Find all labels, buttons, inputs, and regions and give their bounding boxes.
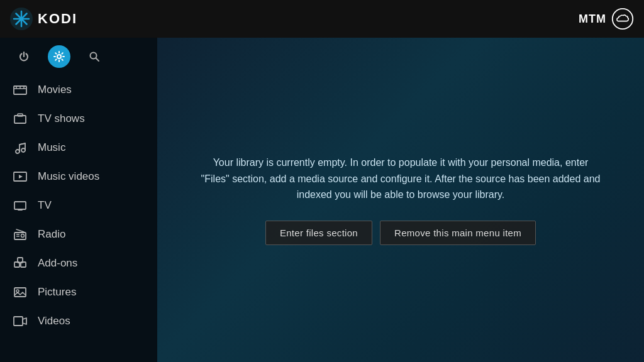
movies-label: Movies — [38, 84, 72, 96]
videos-label: Videos — [38, 315, 70, 327]
header-left: KODI — [10, 8, 77, 30]
sidebar-toolbar — [0, 38, 157, 75]
tv-shows-label: TV shows — [38, 112, 85, 125]
sidebar-item-pictures[interactable]: Pictures — [0, 278, 157, 307]
svg-line-9 — [96, 58, 99, 62]
sidebar-item-tv-shows[interactable]: TV shows — [0, 104, 157, 133]
svg-point-26 — [21, 234, 25, 238]
svg-point-5 — [19, 17, 23, 21]
main-layout: Movies TV shows — [0, 38, 644, 362]
search-icon — [88, 50, 101, 63]
tv-shows-icon — [13, 111, 28, 126]
music-icon — [13, 140, 28, 155]
tv-label: TV — [38, 199, 52, 212]
sidebar-item-movies[interactable]: Movies — [0, 75, 157, 104]
sidebar-item-add-ons[interactable]: Add-ons — [0, 249, 157, 278]
add-ons-label: Add-ons — [38, 257, 77, 270]
sidebar-item-tv[interactable]: TV — [0, 191, 157, 220]
sidebar-item-music[interactable]: Music — [0, 133, 157, 162]
pictures-label: Pictures — [38, 286, 76, 299]
svg-rect-16 — [18, 114, 23, 116]
svg-rect-34 — [14, 317, 23, 326]
library-empty-panel: Your library is currently empty. In orde… — [180, 136, 621, 264]
svg-rect-15 — [14, 116, 26, 123]
radio-icon — [13, 227, 28, 242]
brand-text: MTM — [579, 13, 606, 26]
content-area: Your library is currently empty. In orde… — [157, 38, 644, 362]
remove-menu-item-button[interactable]: Remove this main menu item — [380, 221, 536, 245]
library-message: Your library is currently empty. In orde… — [199, 155, 602, 203]
app-title: KODI — [38, 11, 77, 27]
search-button[interactable] — [83, 45, 106, 68]
svg-rect-22 — [14, 202, 26, 209]
power-button[interactable] — [13, 45, 35, 68]
music-label: Music — [38, 141, 65, 154]
cloud-icon — [611, 8, 634, 30]
sidebar-nav: Movies TV shows — [0, 75, 157, 362]
header: KODI MTM — [0, 0, 644, 38]
sidebar-item-videos[interactable]: Videos — [0, 307, 157, 336]
music-videos-icon — [13, 169, 28, 184]
svg-marker-21 — [19, 175, 23, 178]
music-videos-label: Music videos — [38, 170, 99, 183]
power-icon — [18, 50, 30, 63]
enter-files-button[interactable]: Enter files section — [265, 221, 372, 245]
gear-icon — [53, 50, 65, 63]
svg-marker-35 — [23, 318, 26, 324]
sidebar-item-music-videos[interactable]: Music videos — [0, 162, 157, 191]
svg-point-6 — [613, 9, 633, 29]
action-buttons: Enter files section Remove this main men… — [199, 221, 602, 245]
videos-icon — [13, 314, 28, 329]
brand-logo: MTM — [579, 8, 634, 30]
kodi-logo-icon — [10, 8, 33, 30]
svg-point-7 — [57, 55, 61, 58]
sidebar: Movies TV shows — [0, 38, 157, 362]
settings-button[interactable] — [48, 45, 70, 68]
radio-label: Radio — [38, 228, 65, 241]
addons-icon — [13, 256, 28, 271]
movies-icon — [13, 82, 28, 97]
tv-icon — [13, 198, 28, 213]
svg-line-19 — [19, 143, 25, 145]
sidebar-item-radio[interactable]: Radio — [0, 220, 157, 249]
svg-rect-32 — [14, 288, 26, 297]
pictures-icon — [13, 285, 28, 300]
